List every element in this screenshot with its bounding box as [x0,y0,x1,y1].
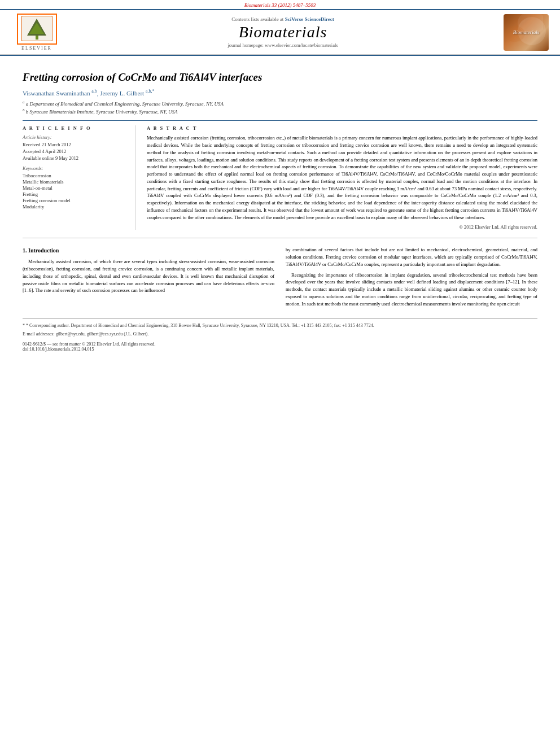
footnote-email: E-mail addresses: gilbert@syr.edu, gilbe… [23,331,537,337]
keyword-5: Fretting corrosion model [23,198,128,203]
footnote-area: * * Corresponding author. Department of … [23,318,537,337]
elsevier-text: ELSEVIER [21,46,52,51]
badge-text: Biomaterials [513,29,540,35]
journal-header: ELSEVIER Contents lists available at Sci… [0,9,560,55]
body-columns: 1. Introduction Mechanically assisted co… [23,246,537,311]
footnote-email-text: E-mail addresses: gilbert@syr.edu, gilbe… [23,331,148,337]
badge-decoration [504,14,543,42]
accepted-date: Accepted 4 April 2012 [23,148,128,154]
biomaterials-badge: Biomaterials [504,14,549,51]
sciverse-link[interactable]: SciVerse ScienceDirect [285,16,334,22]
article-info-heading: A R T I C L E I N F O [23,125,128,131]
affiliations: a a Department of Biomedical and Chemica… [23,100,537,115]
body-left-column: 1. Introduction Mechanically assisted co… [23,246,274,311]
article-info-column: A R T I C L E I N F O Article history: R… [23,125,135,230]
body-paragraph-2: by combination of several factors that i… [286,246,537,268]
available-date: Available online 9 May 2012 [23,155,128,161]
elsevier-logo-area: ELSEVIER [6,14,68,51]
keyword-2: Metallic biomaterials [23,179,128,185]
journal-name: Biomaterials [68,23,498,41]
received-date: Received 21 March 2012 [23,142,128,147]
info-abstract-section: A R T I C L E I N F O Article history: R… [23,120,537,230]
author-names: Viswanathan Swaminathan a,b, Jeremy L. G… [23,90,154,97]
doi-line: doi:10.1016/j.biomaterials.2012.04.015 [23,347,537,352]
journal-header-center: Contents lists available at SciVerse Sci… [68,16,498,48]
affiliation-1: a a Department of Biomedical and Chemica… [23,100,537,107]
article-title: Fretting corrosion of CoCrMo and Ti6Al4V… [23,71,537,85]
elsevier-tree-icon [21,16,53,41]
keyword-3: Metal-on-metal [23,185,128,191]
bottom-copyright: 0142-9612/$ — see front matter © 2012 El… [23,342,537,352]
footnote-star: * * Corresponding author. Department of … [23,322,537,329]
section-divider [23,238,537,238]
journal-citation: Biomaterials 33 (2012) 5487–5503 [244,2,316,8]
keywords-list: Tribocorrosion Metallic biomaterials Met… [23,173,128,209]
journal-badge-area: Biomaterials [498,14,554,51]
history-heading: Article history: [23,134,128,140]
authors-line: Viswanathan Swaminathan a,b, Jeremy L. G… [23,89,537,97]
keywords-heading: Keywords: [23,165,128,171]
keyword-6: Modularity [23,204,128,209]
affiliation-2: b b Syracuse Biomaterials Institute, Syr… [23,108,537,115]
journal-homepage: journal homepage: www.elsevier.com/locat… [68,42,498,48]
abstract-heading: A B S T R A C T [147,125,537,131]
issn-line: 0142-9612/$ — see front matter © 2012 El… [23,342,537,347]
keyword-1: Tribocorrosion [23,173,128,178]
section1-title: 1. Introduction [23,246,274,255]
section1-title-text: Introduction [28,247,59,254]
body-right-column: by combination of several factors that i… [286,246,537,311]
main-content: Fretting corrosion of CoCrMo and Ti6Al4V… [0,56,560,357]
keyword-4: Fretting [23,191,128,197]
abstract-text: Mechanically assisted corrosion (frettin… [147,134,537,221]
keywords-subsection: Keywords: Tribocorrosion Metallic biomat… [23,165,128,209]
body-paragraph-3: Recognizing the importance of tribocorro… [286,272,537,308]
footnote-star-text: * Corresponding author. Department of Bi… [26,323,374,328]
elsevier-logo [17,14,57,45]
abstract-copyright: © 2012 Elsevier Ltd. All rights reserved… [147,224,537,230]
body-paragraph-1: Mechanically assisted corrosion, of whic… [23,258,274,294]
history-subsection: Article history: Received 21 March 2012 … [23,134,128,161]
sciverse-line: Contents lists available at SciVerse Sci… [68,16,498,22]
abstract-section: A B S T R A C T Mechanically assisted co… [147,125,537,230]
